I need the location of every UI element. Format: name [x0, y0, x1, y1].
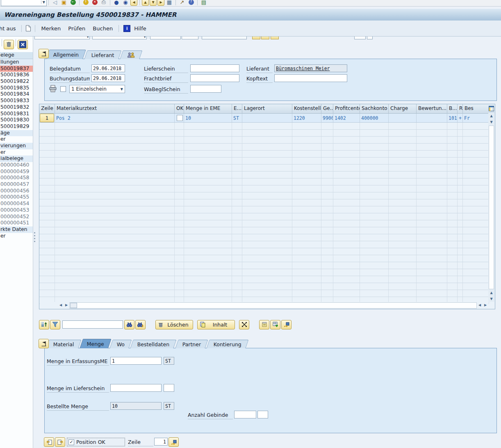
column-header-ok[interactable]: OK	[175, 104, 184, 113]
sidebar-item[interactable]: er	[0, 233, 33, 240]
sidebar-item[interactable]: 500019832	[0, 104, 33, 111]
kopftext-input[interactable]	[274, 74, 347, 82]
hold-button[interactable]	[259, 320, 269, 329]
expand-all-button[interactable]	[239, 320, 249, 329]
table-row[interactable]	[39, 255, 489, 262]
erfassungsme-unit-field[interactable]: ST	[164, 357, 174, 365]
column-header-bewertung[interactable]: Bewertun...	[417, 104, 447, 113]
table-row[interactable]	[39, 220, 489, 227]
header-tab-lieferant[interactable]: Lieferant	[84, 50, 122, 59]
column-header-eme[interactable]: E...	[232, 104, 242, 113]
sidebar-folder[interactable]: ialbelege	[0, 155, 33, 162]
cell-eme[interactable]: ST	[232, 114, 242, 122]
table-row[interactable]	[39, 248, 489, 255]
new-document-icon[interactable]	[24, 24, 32, 32]
scroll-right-end-icon[interactable]: ▶	[483, 304, 488, 307]
sidebar-item[interactable]: 500019822	[0, 78, 33, 85]
menu-item-buchen[interactable]: Buchen	[89, 24, 116, 33]
sidebar-item[interactable]: 000000452	[0, 214, 33, 220]
column-header-ge[interactable]: Ge...	[321, 104, 333, 113]
table-row[interactable]	[39, 130, 489, 137]
column-header-menge[interactable]: Menge in EME	[184, 104, 232, 113]
horizontal-scroll-thumb[interactable]	[70, 303, 77, 308]
position-ok-field[interactable]: ✓ Position OK	[67, 438, 125, 446]
sidebar-item[interactable]: 500019830	[0, 117, 33, 123]
lieferant-display-field[interactable]: Büromaschinen Meier	[274, 64, 347, 72]
wabeglschein-input[interactable]	[190, 85, 221, 93]
scroll-up-bottom-icon[interactable]: ▲	[488, 290, 494, 296]
detail-tab-wo[interactable]: Wo	[109, 340, 132, 348]
adopt-details-button[interactable]	[281, 320, 291, 329]
scroll-right-icon[interactable]: ▶	[64, 304, 69, 307]
scroll-up-icon[interactable]: ▲	[488, 113, 494, 119]
table-row[interactable]	[39, 206, 489, 213]
sidebar-folder[interactable]: vierungen	[0, 143, 33, 149]
cell-r[interactable]: +	[458, 114, 463, 122]
table-row[interactable]	[39, 123, 489, 130]
table-row[interactable]	[39, 144, 489, 151]
menu-item-merken[interactable]: Merken	[37, 24, 64, 33]
sidebar-item[interactable]: 000000451	[0, 220, 33, 226]
table-row[interactable]	[39, 192, 489, 199]
table-row[interactable]	[39, 276, 489, 283]
cell-lagerort[interactable]	[242, 114, 292, 122]
position-ok-checkbox[interactable]: ✓	[68, 439, 74, 445]
column-header-profitcenter[interactable]: Profitcenter	[333, 104, 360, 113]
table-row[interactable]	[39, 241, 489, 248]
table-row[interactable]	[39, 199, 489, 206]
sidebar-item[interactable]: 000000453	[0, 207, 33, 214]
adopt-line-button[interactable]	[169, 437, 179, 447]
column-header-b[interactable]: B...	[447, 104, 458, 113]
sidebar-item[interactable]: 500019837	[0, 66, 33, 72]
print-icon[interactable]: ⎙	[100, 0, 108, 6]
print-mode-select[interactable]: 1 Einzelschein ▼	[69, 85, 125, 93]
detail-tab-bestelldaten[interactable]: Bestelldaten	[130, 340, 177, 348]
column-header-sachkonto[interactable]: Sachkonto	[360, 104, 389, 113]
sidebar-item[interactable]: 000000457	[0, 181, 33, 188]
delete-document-button[interactable]	[4, 40, 14, 49]
page-down-icon[interactable]: ▼	[150, 0, 157, 6]
table-row[interactable]	[39, 158, 489, 165]
column-header-zeile[interactable]: Zeile	[39, 104, 55, 113]
last-page-icon[interactable]: ▶	[157, 0, 164, 6]
cell-material[interactable]: Pos 2	[55, 114, 175, 122]
column-header-lagerort[interactable]: Lagerort	[242, 104, 292, 113]
sidebar-item[interactable]: 500019829	[0, 123, 33, 130]
sidebar-folder[interactable]: äge	[0, 130, 33, 137]
cancel-circle-icon[interactable]: ✕	[91, 0, 99, 6]
sidebar-item[interactable]: 000000459	[0, 169, 33, 175]
zeile-input[interactable]	[154, 438, 168, 446]
frachtbrief-input[interactable]	[190, 74, 239, 82]
sidebar-item[interactable]: 500019835	[0, 85, 33, 91]
column-header-kostenstelle[interactable]: Kostenstelle	[292, 104, 321, 113]
collapse-header-button[interactable]	[39, 49, 49, 58]
help-icon[interactable]: ?	[187, 0, 195, 6]
table-row[interactable]	[39, 227, 489, 234]
sidebar-splitter[interactable]	[33, 36, 36, 448]
next-item-button[interactable]	[55, 437, 65, 447]
menu-item-pruefen[interactable]: Prüfen	[64, 24, 89, 33]
vertical-scroll-track[interactable]	[489, 126, 494, 289]
sidebar-item[interactable]: 000000456	[0, 188, 33, 194]
item-ok-checkbox[interactable]	[177, 115, 183, 121]
exit-circle-icon[interactable]: ↑	[82, 0, 90, 6]
cell-profitcenter[interactable]: 1402	[333, 114, 360, 122]
table-horizontal-scrollbar[interactable]: ◀ ▶ ◀ ▶	[40, 302, 488, 309]
cell-charge[interactable]	[389, 114, 417, 122]
collapse-detail-button[interactable]	[39, 339, 49, 348]
scroll-left-end-icon[interactable]: ◀	[477, 304, 483, 307]
horizontal-scroll-track[interactable]	[69, 302, 477, 309]
detail-tab-material[interactable]: Material	[46, 340, 81, 348]
scroll-down-icon[interactable]: ▼	[488, 119, 494, 125]
back-circle-icon[interactable]: ←	[69, 0, 77, 6]
table-row[interactable]	[39, 151, 489, 158]
print-icon[interactable]	[49, 85, 57, 92]
menu-item-hilfe[interactable]: Hilfe	[130, 24, 150, 33]
cell-bewertung[interactable]	[417, 114, 447, 122]
table-row[interactable]	[39, 283, 489, 290]
sort-ascending-button[interactable]	[39, 320, 49, 329]
sidebar-item[interactable]: 500019836	[0, 72, 33, 78]
page-up-icon[interactable]: ▲	[142, 0, 149, 6]
table-row[interactable]	[39, 262, 489, 269]
detail-tab-partner[interactable]: Partner	[175, 340, 208, 348]
